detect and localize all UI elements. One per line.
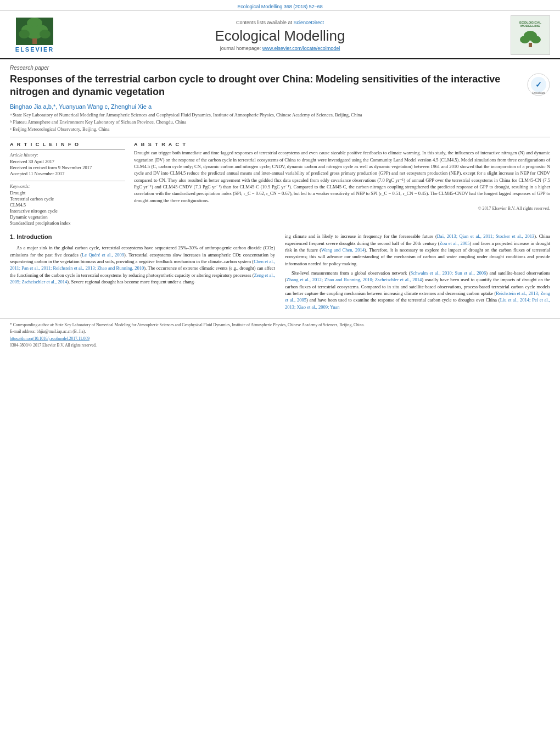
issn-text: 0304-3800/© 2017 Elsevier B.V. All right… bbox=[10, 343, 97, 348]
body-col-left: 1. Introduction As a major sink in the g… bbox=[10, 233, 275, 313]
divider bbox=[10, 137, 550, 137]
doi-footnote: https://doi.org/10.1016/j.ecolmodel.2017… bbox=[10, 336, 550, 342]
received-date: Received 30 April 2017 bbox=[10, 159, 125, 164]
body-col-right: ing climate and is likely to increase in… bbox=[285, 233, 550, 313]
svg-rect-5 bbox=[32, 38, 37, 44]
received-revised-date: Received in revised form 9 November 2017 bbox=[10, 165, 125, 170]
affiliation-a: a State Key Laboratory of Numerical Mode… bbox=[10, 112, 550, 119]
intro-para-1-cont: ing climate and is likely to increase in… bbox=[285, 233, 550, 267]
svg-point-10 bbox=[531, 36, 541, 43]
corr-author-text: * Corresponding author at: State Key Lab… bbox=[10, 322, 365, 327]
keyword-5: Dynamic vegetation bbox=[10, 214, 125, 220]
intro-para-1: As a major sink in the global carbon cyc… bbox=[10, 244, 275, 285]
sciencedirect-link[interactable]: ScienceDirect bbox=[294, 20, 324, 25]
abstract-copyright: © 2017 Elsevier B.V. All rights reserved… bbox=[134, 206, 550, 211]
svg-point-7 bbox=[40, 30, 51, 38]
aff-a-text: State Key Laboratory of Numerical Modeli… bbox=[13, 112, 362, 119]
svg-rect-11 bbox=[529, 43, 532, 47]
keyword-6: Standardized precipitation index bbox=[10, 220, 125, 226]
email-footnote: E-mail address: bhjia@mail.iap.ac.cn (B.… bbox=[10, 329, 550, 335]
doi-link[interactable]: https://doi.org/10.1016/j.ecolmodel.2017… bbox=[10, 336, 89, 341]
ref-zeng-2005: Zeng et al., 2005; Zscheischler et al., … bbox=[10, 272, 275, 284]
ref-zhang-2012: Zhang et al., 2012; Zhao and Running, 20… bbox=[287, 277, 422, 282]
svg-text:CrossMark: CrossMark bbox=[532, 91, 546, 94]
keywords-label: Keywords: bbox=[10, 183, 125, 189]
journal-logo-right: ECOLOGICAL MODELLING bbox=[501, 15, 550, 55]
svg-point-6 bbox=[19, 30, 30, 38]
elsevier-wordmark: ELSEVIER bbox=[15, 46, 54, 53]
crossmark-icon: ✓ CrossMark bbox=[527, 73, 550, 96]
accepted-date: Accepted 11 November 2017 bbox=[10, 171, 125, 176]
abstract-text: Drought can trigger both immediate and t… bbox=[134, 149, 550, 204]
corr-author-footnote: * Corresponding author at: State Key Lab… bbox=[10, 322, 550, 328]
affiliation-b: b Plateau Atmosphere and Environment Key… bbox=[10, 119, 550, 126]
intro-section-number: 1. bbox=[10, 233, 15, 240]
keywords-box: Keywords: Drought Terrestrial carbon cyc… bbox=[10, 181, 125, 226]
history-label: Article history: bbox=[10, 152, 125, 158]
aff-c-sup: c bbox=[10, 126, 12, 133]
info-abstract-cols: A R T I C L E I N F O Article history: R… bbox=[10, 142, 550, 226]
svg-text:✓: ✓ bbox=[535, 80, 542, 89]
ref-schwalm: Schwalm et al., 2010; Sun et al., 2006 bbox=[411, 270, 486, 276]
affiliations: a State Key Laboratory of Numerical Mode… bbox=[10, 112, 550, 133]
journal-center: Contents lists available at ScienceDirec… bbox=[59, 20, 501, 51]
top-band: Ecological Modelling 368 (2018) 52–68 bbox=[0, 0, 560, 11]
issn-footnote: 0304-3800/© 2017 Elsevier B.V. All right… bbox=[10, 343, 550, 349]
homepage-line: journal homepage: www.elsevier.com/locat… bbox=[59, 46, 501, 51]
email-text: E-mail address: bhjia@mail.iap.ac.cn (B.… bbox=[10, 329, 86, 334]
body-two-col: 1. Introduction As a major sink in the g… bbox=[10, 233, 550, 313]
aff-b-sup: b bbox=[10, 119, 12, 126]
keyword-1: Drought bbox=[10, 190, 125, 196]
abstract-heading: A B S T R A C T bbox=[134, 142, 550, 147]
article-info-col: A R T I C L E I N F O Article history: R… bbox=[10, 142, 125, 226]
ref-chen-2011: Chen et al., 2011; Pan et al., 2011; Rei… bbox=[10, 259, 275, 271]
elsevier-logo: ELSEVIER bbox=[10, 18, 59, 53]
journal-ref: Ecological Modelling 368 (2018) 52–68 bbox=[237, 4, 323, 9]
article-type-label: Research paper bbox=[10, 65, 550, 71]
ref-lequere: Le Quéré et al., 2009 bbox=[82, 252, 124, 258]
elsevier-tree-icon bbox=[16, 18, 53, 45]
intro-para-2: Site-level measurements from a global ob… bbox=[285, 270, 550, 310]
author-names: Binghao Jia a,b,*, Yuanyuan Wang c, Zhen… bbox=[10, 103, 152, 110]
svg-point-9 bbox=[520, 36, 530, 43]
ref-liu-2014: Liu et al., 2014; Pei et al., 2013; Xiao… bbox=[285, 297, 550, 309]
ref-wang-chen: Wang and Chen, 2014 bbox=[321, 247, 365, 253]
contents-line: Contents lists available at ScienceDirec… bbox=[59, 20, 501, 25]
aff-c-text: Beijing Meteorological Observatory, Beij… bbox=[13, 126, 110, 133]
journal-title: Ecological Modelling bbox=[59, 27, 501, 44]
journal-header: ELSEVIER Contents lists available at Sci… bbox=[0, 11, 560, 59]
keyword-3: CLM4.5 bbox=[10, 202, 125, 208]
article-info-box: Article history: Received 30 April 2017 … bbox=[10, 149, 125, 176]
aff-a-sup: a bbox=[10, 112, 12, 119]
eco-logo-image bbox=[517, 27, 544, 49]
ecological-modelling-logo: ECOLOGICAL MODELLING bbox=[511, 15, 550, 55]
intro-section-title: 1. Introduction bbox=[10, 233, 275, 242]
article-area: Research paper Responses of the terrestr… bbox=[0, 59, 560, 313]
abstract-col: A B S T R A C T Drought can trigger both… bbox=[134, 142, 550, 226]
homepage-link[interactable]: www.elsevier.com/locate/ecolmodel bbox=[262, 46, 340, 51]
keyword-2: Terrestrial carbon cycle bbox=[10, 196, 125, 202]
page: Ecological Modelling 368 (2018) 52–68 EL… bbox=[0, 0, 560, 742]
aff-b-text: Plateau Atmosphere and Environment Key L… bbox=[13, 119, 187, 126]
article-title: Responses of the terrestrial carbon cycl… bbox=[10, 73, 527, 99]
article-title-row: Responses of the terrestrial carbon cycl… bbox=[10, 73, 550, 99]
homepage-label: journal homepage: bbox=[220, 46, 261, 51]
article-info-heading: A R T I C L E I N F O bbox=[10, 142, 125, 147]
footnote-area: * Corresponding author at: State Key Lab… bbox=[0, 319, 560, 353]
ref-zou-2005: Zou et al., 2005 bbox=[440, 241, 470, 246]
affiliation-c: c Beijing Meteorological Observatory, Be… bbox=[10, 126, 550, 133]
keyword-4: Interactive nitrogen cycle bbox=[10, 208, 125, 214]
authors-line: Binghao Jia a,b,*, Yuanyuan Wang c, Zhen… bbox=[10, 103, 550, 110]
contents-label: Contents lists available at bbox=[236, 20, 292, 25]
intro-section-label: Introduction bbox=[16, 233, 52, 240]
ref-dai-2013: Dai, 2013; Qian et al., 2011; Stocker et… bbox=[437, 233, 534, 239]
